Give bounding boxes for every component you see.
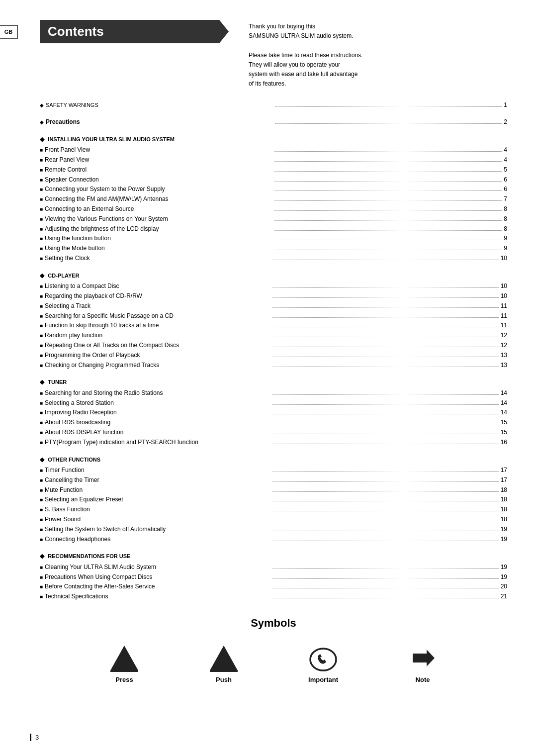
page-title: Contents bbox=[40, 20, 229, 43]
press-label: Press bbox=[115, 676, 133, 683]
toc-section-recommendations: ◆ Recommendations for Use ■Cleaning Your… bbox=[40, 551, 507, 602]
symbol-note: Note bbox=[393, 645, 452, 683]
toc-section-other: ◆ Other Functions ■Timer Function17 ■Can… bbox=[40, 455, 507, 545]
toc-item: ◆ Safety Warnings 1 bbox=[40, 100, 507, 110]
bullet-icon: ◆ bbox=[40, 101, 44, 110]
toc-section-precautions: ◆ Precautions 2 bbox=[40, 117, 507, 127]
symbols-section: Symbols Press Push bbox=[40, 617, 507, 683]
toc-item: ■Cancelling the Timer17 bbox=[40, 475, 507, 485]
symbol-press: Press bbox=[94, 645, 154, 683]
page-number: 3 bbox=[30, 734, 39, 741]
toc-item: ■Regarding the playback of CD-R/RW10 bbox=[40, 291, 507, 301]
toc-item: ■Using the Mode button9 bbox=[40, 244, 507, 254]
toc-item: ■Searching for a Specific Music Passage … bbox=[40, 311, 507, 321]
toc-header-cd: ◆ CD-Player bbox=[40, 271, 507, 281]
toc-item: ■Repeating One or All Tracks on the Comp… bbox=[40, 341, 507, 351]
important-label: Important bbox=[308, 676, 338, 683]
push-label: Push bbox=[216, 676, 232, 683]
toc-item: ■Setting the Clock10 bbox=[40, 254, 507, 264]
toc-section-tuner: ◆ Tuner ■Searching for and Storing the R… bbox=[40, 377, 507, 447]
svg-marker-2 bbox=[210, 646, 238, 670]
note-icon bbox=[408, 645, 438, 672]
symbols-title: Symbols bbox=[40, 617, 507, 630]
svg-rect-1 bbox=[110, 670, 138, 672]
toc-item: ■Setting the System to Switch off Automa… bbox=[40, 525, 507, 535]
press-icon bbox=[109, 645, 139, 672]
toc-item: ■Connecting to an External Source8 bbox=[40, 204, 507, 214]
toc-item: ■Connecting your System to the Power Sup… bbox=[40, 185, 507, 194]
note-label: Note bbox=[416, 676, 430, 683]
toc-header-tuner: ◆ Tuner bbox=[40, 377, 507, 387]
toc-header-installing: ◆ Installing Your Ultra Slim Audio Syste… bbox=[40, 134, 507, 144]
toc-item: ■Random play function12 bbox=[40, 331, 507, 341]
toc-item: ■Using the function button9 bbox=[40, 234, 507, 244]
toc-item: ■Connecting Headphones19 bbox=[40, 535, 507, 545]
toc-item: ■Connecting the FM and AM(MW/LW) Antenna… bbox=[40, 194, 507, 204]
toc-item: ■Viewing the Various Functions on Your S… bbox=[40, 214, 507, 224]
symbol-push: Push bbox=[194, 645, 254, 683]
toc-item: ■S. Bass Function18 bbox=[40, 505, 507, 515]
gb-badge: GB bbox=[0, 25, 18, 39]
toc-item: ■Function to skip through 10 tracks at a… bbox=[40, 321, 507, 331]
toc-section-installing: ◆ Installing Your Ultra Slim Audio Syste… bbox=[40, 134, 507, 264]
symbol-important: Important bbox=[293, 645, 353, 683]
toc-item: ■Timer Function17 bbox=[40, 466, 507, 475]
top-section: Contents Thank you for buying this SAMSU… bbox=[40, 20, 507, 89]
symbols-row: Press Push Important bbox=[40, 645, 507, 683]
toc-section-safety: ◆ Safety Warnings 1 bbox=[40, 100, 507, 110]
toc-item: ■About RDS broadcasting15 bbox=[40, 418, 507, 428]
toc-item: ■Before Contacting the After-Sales Servi… bbox=[40, 582, 507, 592]
toc-item: ■Listening to a Compact Disc10 bbox=[40, 282, 507, 291]
intro-text: Thank you for buying this SAMSUNG ULTRA … bbox=[249, 20, 362, 89]
toc-item: ■Rear Panel View4 bbox=[40, 155, 507, 165]
toc-item: ■Precautions When Using Compact Discs19 bbox=[40, 572, 507, 582]
toc-item: ■Adjusting the brightness of the LCD dis… bbox=[40, 224, 507, 234]
toc-section-cd-player: ◆ CD-Player ■Listening to a Compact Disc… bbox=[40, 271, 507, 371]
svg-point-4 bbox=[310, 649, 336, 670]
toc-header-recommendations: ◆ Recommendations for Use bbox=[40, 551, 507, 561]
svg-rect-3 bbox=[210, 670, 238, 672]
push-icon bbox=[209, 645, 239, 672]
svg-marker-5 bbox=[413, 650, 435, 666]
toc-header-other: ◆ Other Functions bbox=[40, 455, 507, 465]
toc-item: ◆ Precautions 2 bbox=[40, 117, 507, 127]
toc-item: ■Mute Function18 bbox=[40, 485, 507, 495]
toc-item: ■Speaker Connection6 bbox=[40, 175, 507, 185]
toc-item: ■Technical Specifications21 bbox=[40, 592, 507, 602]
toc-item: ■Power Sound18 bbox=[40, 515, 507, 525]
toc-item: ■Searching for and Storing the Radio Sta… bbox=[40, 388, 507, 398]
svg-marker-0 bbox=[110, 646, 138, 670]
toc-item: ■Remote Control5 bbox=[40, 165, 507, 175]
toc-item: ■Programming the Order of Playback13 bbox=[40, 351, 507, 361]
toc-item: ■Improving Radio Reception14 bbox=[40, 408, 507, 418]
toc-item: ■PTY(Program Type) indication and PTY-SE… bbox=[40, 438, 507, 448]
toc-item: ■About RDS DISPLAY function15 bbox=[40, 428, 507, 438]
toc-item: ■Selecting an Equalizer Preset18 bbox=[40, 495, 507, 505]
table-of-contents: ◆ Safety Warnings 1 ◆ Precautions 2 ◆ In… bbox=[40, 100, 507, 602]
toc-item: ■Checking or Changing Programmed Tracks1… bbox=[40, 361, 507, 371]
important-icon bbox=[308, 645, 338, 672]
toc-item: ■Cleaning Your ULTRA SLIM Audio System19 bbox=[40, 563, 507, 572]
toc-item: ■Front Panel View4 bbox=[40, 145, 507, 155]
toc-item: ■Selecting a Stored Station14 bbox=[40, 398, 507, 408]
bullet-icon: ◆ bbox=[40, 118, 44, 127]
page-container: GB Contents Thank you for buying this SA… bbox=[0, 0, 537, 756]
toc-item: ■Selecting a Track11 bbox=[40, 301, 507, 311]
